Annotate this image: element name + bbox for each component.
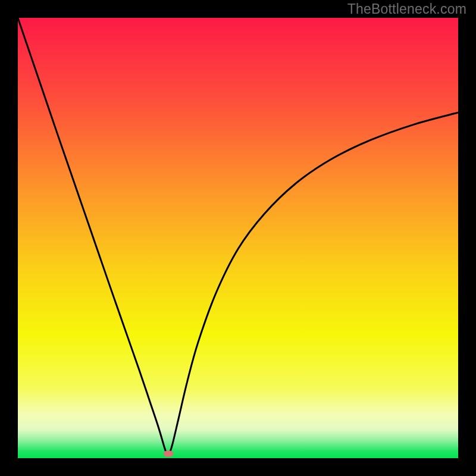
plot-background [18, 18, 458, 458]
minimum-dot [164, 451, 173, 457]
bottleneck-chart [0, 0, 476, 476]
chart-frame: TheBottleneck.com [0, 0, 476, 476]
minimum-marker [164, 451, 173, 457]
